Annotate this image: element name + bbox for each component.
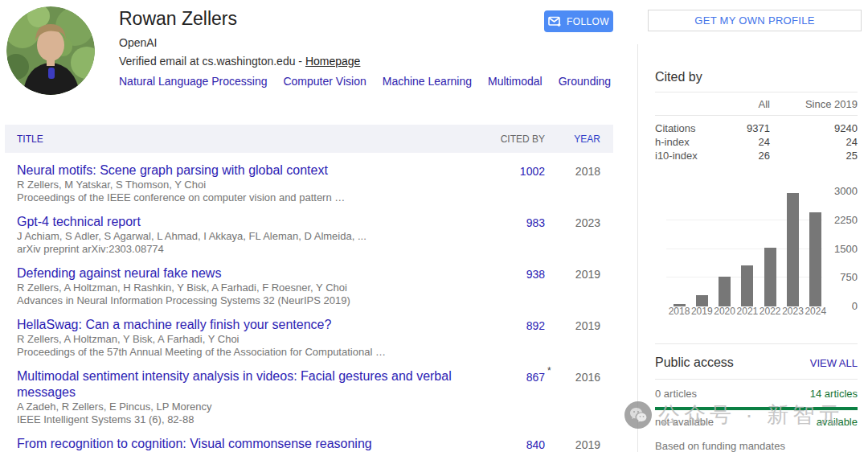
column-header-title[interactable]: TITLE: [17, 134, 481, 145]
cited-by-cell: 892: [481, 317, 545, 359]
public-access-header: Public access VIEW ALL: [655, 355, 858, 370]
stats-value-since[interactable]: 25: [770, 149, 858, 162]
cited-by-count-link[interactable]: 892: [526, 319, 545, 332]
follow-label: FOLLOW: [567, 16, 609, 27]
chart-bar-2024[interactable]: [809, 212, 821, 306]
cited-by-heading: Cited by: [655, 70, 858, 92]
stats-row: h-index2424: [655, 135, 858, 149]
paper-title-link[interactable]: Defending against neural fake news: [17, 265, 221, 281]
divider: [655, 379, 858, 380]
paper-title-link[interactable]: From recognition to cognition: Visual co…: [17, 436, 372, 452]
stats-label: h-index: [655, 135, 722, 149]
stats-col-since: Since 2019: [770, 98, 858, 110]
paper-venue: arXiv preprint arXiv:2303.08774: [17, 243, 481, 256]
publication-row: Multimodal sentiment intensity analysis …: [5, 359, 613, 426]
chart-y-tick: 2250: [825, 214, 858, 226]
stats-label: Citations: [655, 121, 722, 135]
interest-tag[interactable]: Grounding: [559, 75, 611, 88]
stats-value-all[interactable]: 24: [722, 135, 770, 149]
verified-email-text: Verified email at cs.washington.edu -: [119, 55, 305, 68]
view-all-link[interactable]: VIEW ALL: [810, 357, 858, 369]
publications-list: Neural motifs: Scene graph parsing with …: [5, 153, 613, 452]
paper-authors: J Achiam, S Adler, S Agarwal, L Ahmad, I…: [17, 230, 481, 243]
envelope-plus-icon: [548, 16, 562, 27]
chart-bar-2021[interactable]: [741, 265, 753, 306]
cited-by-cell: 867*: [481, 368, 545, 426]
publication-row: From recognition to cognition: Visual co…: [5, 426, 613, 452]
main-content: Rowan Zellers OpenAI Verified email at c…: [0, 0, 637, 452]
merged-citations-asterisk[interactable]: *: [547, 365, 551, 376]
publication-row: HellaSwag: Can a machine really finish y…: [5, 307, 613, 359]
profile-header: Rowan Zellers OpenAI Verified email at c…: [0, 0, 637, 118]
stats-value-since[interactable]: 9240: [770, 121, 858, 135]
publication-row: Neural motifs: Scene graph parsing with …: [5, 153, 613, 204]
paper-year: 2023: [557, 214, 600, 256]
paper-year: 2019: [557, 436, 600, 452]
citation-stats-rows: Citations93719240h-index2424i10-index262…: [655, 116, 858, 162]
paper-title-link[interactable]: Multimodal sentiment intensity analysis …: [17, 368, 481, 401]
cited-by-count-link[interactable]: 840: [526, 438, 545, 451]
chart-bar-2023[interactable]: [787, 193, 799, 306]
column-header-year[interactable]: YEAR: [557, 134, 600, 145]
avatar: [6, 6, 95, 95]
profile-verified: Verified email at cs.washington.edu - Ho…: [119, 55, 637, 68]
scholar-profile-page: Rowan Zellers OpenAI Verified email at c…: [0, 0, 868, 452]
cited-by-cell: 938: [481, 265, 545, 307]
cited-by-count-link[interactable]: 938: [526, 268, 545, 281]
available-label: available: [817, 416, 858, 428]
stats-value-all[interactable]: 9371: [722, 121, 770, 135]
sidebar-body: Cited by All Since 2019 Citations9371924…: [637, 70, 868, 452]
interests-list: Natural Language ProcessingComputer Visi…: [119, 74, 637, 88]
sidebar: GET MY OWN PROFILE Cited by All Since 20…: [637, 0, 868, 452]
public-access-labels: not available available: [655, 416, 858, 428]
divider: [655, 343, 858, 344]
chart-bar-2020[interactable]: [719, 277, 731, 306]
cited-by-cell: 840: [481, 436, 545, 452]
public-access-counts: 0 articles 14 articles: [655, 388, 858, 400]
follow-button[interactable]: FOLLOW: [544, 10, 613, 32]
paper-authors: R Zellers, A Holtzman, Y Bisk, A Farhadi…: [17, 333, 481, 346]
get-my-own-profile-button[interactable]: GET MY OWN PROFILE: [648, 10, 862, 31]
interest-tag[interactable]: Natural Language Processing: [119, 75, 267, 88]
stats-col-all: All: [722, 98, 770, 110]
stats-label: i10-index: [655, 149, 722, 162]
interest-tag[interactable]: Multimodal: [488, 75, 542, 88]
stats-value-since[interactable]: 24: [770, 135, 858, 149]
not-available-label: not available: [655, 416, 714, 428]
cited-by-cell: 1002: [481, 162, 545, 204]
paper-venue: Advances in Neural Information Processin…: [17, 294, 481, 307]
paper-venue: Proceedings of the IEEE conference on co…: [17, 191, 481, 204]
paper-venue: Proceedings of the 57th Annual Meeting o…: [17, 346, 481, 359]
chart-bar-2022[interactable]: [764, 248, 776, 306]
chart-y-tick: 3000: [825, 185, 858, 197]
not-available-count: 0 articles: [655, 388, 697, 400]
cited-by-count-link[interactable]: 1002: [520, 165, 545, 178]
interest-tag[interactable]: Machine Learning: [383, 75, 472, 88]
available-count: 14 articles: [810, 388, 858, 400]
interest-tag[interactable]: Computer Vision: [283, 75, 366, 88]
profile-affiliation: OpenAI: [119, 36, 637, 49]
chart-y-tick: 750: [825, 271, 858, 283]
citation-stats-header: All Since 2019: [655, 92, 858, 116]
chart-bar-2019[interactable]: [696, 295, 708, 306]
cited-by-count-link[interactable]: 867: [526, 371, 545, 384]
paper-title-link[interactable]: Gpt-4 technical report: [17, 214, 141, 230]
paper-title-link[interactable]: HellaSwag: Can a machine really finish y…: [17, 317, 331, 333]
stats-value-all[interactable]: 26: [722, 149, 770, 162]
paper-year: 2016: [557, 368, 600, 426]
paper-year: 2019: [557, 265, 600, 307]
cited-by-cell: 983: [481, 214, 545, 256]
paper-year: 2018: [557, 162, 600, 204]
cited-by-count-link[interactable]: 983: [526, 216, 545, 229]
paper-title-link[interactable]: Neural motifs: Scene graph parsing with …: [17, 162, 328, 179]
column-header-cited-by: CITED BY: [481, 134, 545, 145]
publication-row: Defending against neural fake newsR Zell…: [5, 256, 613, 307]
public-access-progress-bar: [655, 407, 858, 410]
homepage-link[interactable]: Homepage: [305, 55, 361, 68]
paper-authors: R Zellers, A Holtzman, H Rashkin, Y Bisk…: [17, 281, 481, 294]
citations-per-year-chart: 0750150022503000201820192020202120222023…: [655, 187, 858, 317]
publications-table-header: TITLE CITED BY YEAR: [5, 125, 613, 153]
paper-year: 2019: [557, 317, 600, 359]
stats-row: i10-index2625: [655, 149, 858, 162]
paper-authors: R Zellers, M Yatskar, S Thomson, Y Choi: [17, 179, 481, 191]
